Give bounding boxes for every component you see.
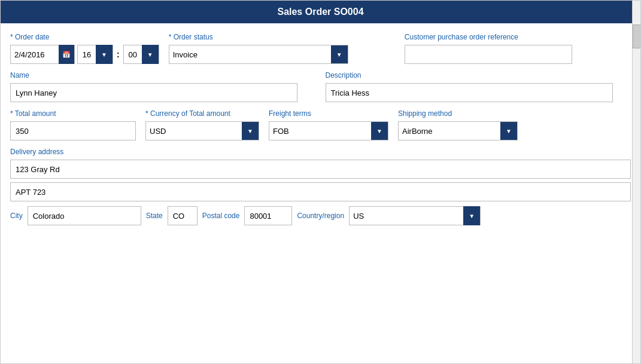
hour-select-wrapper[interactable]: ▼ (77, 45, 113, 64)
customer-po-label: Customer purchase order reference (405, 33, 631, 41)
scrollbar-thumb[interactable] (633, 25, 641, 48)
freight-group: Freight terms FOB CIF EXW ▼ (269, 109, 388, 140)
country-select-wrapper[interactable]: US CA GB AU ▼ (349, 206, 481, 225)
shipping-chevron[interactable]: ▼ (500, 121, 517, 140)
state-label: State (146, 212, 163, 220)
scrollbar-track[interactable] (632, 1, 640, 363)
order-status-group: Order status Invoice Open Closed Cancell… (169, 33, 395, 64)
freight-chevron[interactable]: ▼ (371, 121, 388, 140)
delivery-line1-input[interactable] (10, 160, 631, 179)
city-state-row: City State Postal code Country/region US… (10, 206, 631, 225)
customer-po-input[interactable] (405, 45, 572, 64)
city-input[interactable] (28, 206, 141, 225)
shipping-group: Shipping method AirBorne FedEx UPS DHL ▼ (398, 109, 518, 140)
shipping-select-wrapper[interactable]: AirBorne FedEx UPS DHL ▼ (398, 121, 518, 140)
window-title: Sales Order SO004 (277, 7, 363, 17)
order-date-label: Order date (10, 33, 159, 41)
currency-select-wrapper[interactable]: USD EUR GBP ▼ (145, 121, 259, 140)
description-input[interactable] (326, 83, 613, 102)
delivery-line2-input[interactable] (10, 182, 631, 201)
postal-input[interactable] (244, 206, 292, 225)
currency-select[interactable]: USD EUR GBP (146, 122, 242, 140)
min-select-wrapper[interactable]: ▼ (123, 45, 159, 64)
customer-po-group: Customer purchase order reference (405, 33, 631, 64)
delivery-section: Delivery address (10, 148, 631, 201)
state-input[interactable] (168, 206, 198, 225)
order-date-group: Order date 📅 ▼ : ▼ (10, 33, 159, 64)
freight-select[interactable]: FOB CIF EXW (269, 122, 371, 140)
shipping-select[interactable]: AirBorne FedEx UPS DHL (399, 122, 500, 140)
freight-label: Freight terms (269, 109, 388, 118)
country-chevron[interactable]: ▼ (463, 206, 480, 225)
sales-order-window: Sales Order SO004 Order date 📅 ▼ : (0, 0, 641, 364)
description-group: Description (326, 71, 631, 102)
order-date-input-wrapper[interactable]: 📅 (10, 45, 75, 64)
min-input[interactable] (124, 45, 142, 63)
description-label: Description (326, 71, 631, 79)
order-date-input[interactable] (11, 45, 59, 63)
row-amounts: Total amount Currency of Total amount US… (10, 109, 631, 140)
currency-chevron[interactable]: ▼ (242, 121, 259, 140)
total-amount-label: Total amount (10, 109, 136, 118)
currency-label: Currency of Total amount (145, 109, 259, 118)
hour-chevron[interactable]: ▼ (96, 45, 113, 64)
freight-select-wrapper[interactable]: FOB CIF EXW ▼ (269, 121, 388, 140)
form-content: Order date 📅 ▼ : ▼ (1, 23, 640, 363)
calendar-button[interactable]: 📅 (59, 45, 74, 64)
order-status-label: Order status (169, 33, 395, 41)
hour-input[interactable] (78, 45, 96, 63)
row-name-desc: Name Description (10, 71, 631, 102)
order-status-select[interactable]: Invoice Open Closed Cancelled (169, 45, 331, 63)
title-bar: Sales Order SO004 (1, 1, 640, 23)
total-amount-input[interactable] (10, 121, 136, 140)
min-chevron[interactable]: ▼ (142, 45, 159, 64)
name-group: Name (10, 71, 316, 102)
country-select[interactable]: US CA GB AU (350, 207, 463, 225)
shipping-label: Shipping method (398, 109, 518, 118)
postal-label: Postal code (202, 212, 240, 220)
city-label: City (10, 212, 23, 220)
total-amount-group: Total amount (10, 109, 136, 140)
name-input[interactable] (10, 83, 297, 102)
country-label: Country/region (297, 212, 344, 220)
row-order-info: Order date 📅 ▼ : ▼ (10, 33, 631, 64)
delivery-label: Delivery address (10, 148, 631, 156)
order-status-chevron[interactable]: ▼ (331, 45, 348, 64)
order-status-select-wrapper[interactable]: Invoice Open Closed Cancelled ▼ (169, 45, 348, 64)
currency-group: Currency of Total amount USD EUR GBP ▼ (145, 109, 259, 140)
time-separator: : (116, 45, 121, 64)
name-label: Name (10, 71, 316, 79)
